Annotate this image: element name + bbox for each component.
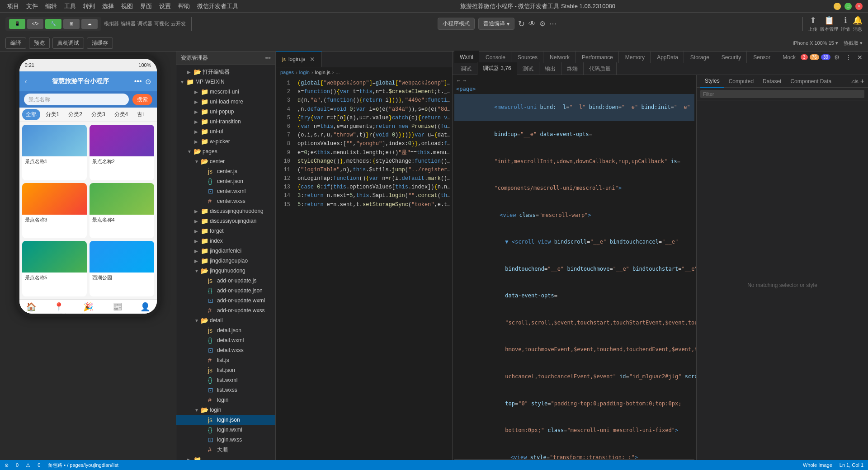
wxml-line-2[interactable]: <mescroll-uni bind:__l="__l" bind:down="… xyxy=(454,94,694,121)
tree-login-wxml[interactable]: ▶ ⊡ login.wxss xyxy=(176,435,275,445)
tree-center[interactable]: ▼ 📂 center xyxy=(176,156,275,166)
styles-add-btn[interactable]: + xyxy=(860,77,864,85)
tree-login-js[interactable]: ▶ js login.json xyxy=(176,415,275,425)
devtools-tab-security[interactable]: Security xyxy=(716,51,747,64)
details-btn[interactable]: ℹ xyxy=(844,15,847,25)
tree-uni-popup[interactable]: ▶ 📁 uni-popup xyxy=(176,107,275,117)
tree-detail-json[interactable]: ▶ {} detail.wxml xyxy=(176,335,275,345)
menu-item-goto[interactable]: 转到 xyxy=(80,2,99,10)
devtools-tab-sensor[interactable]: Sensor xyxy=(748,51,776,64)
tree-detail-wxss[interactable]: ▶ # list.js xyxy=(176,355,275,365)
devtools-settings-btn[interactable]: ⚙ xyxy=(832,53,842,62)
tree-center-wxss[interactable]: ▶ # center.wxss xyxy=(176,196,275,206)
menu-item-help[interactable]: 帮助 xyxy=(175,2,193,10)
tree-index[interactable]: ▶ 📁 index xyxy=(176,236,275,246)
more-btn[interactable]: ⋯ xyxy=(549,19,557,28)
tree-list-js[interactable]: ▶ js list.json xyxy=(176,365,275,375)
menu-item-settings[interactable]: 设置 xyxy=(156,2,175,10)
styles-filter-input[interactable] xyxy=(700,90,864,98)
menu-icon[interactable]: ••• xyxy=(134,77,142,86)
tree-login-wxss[interactable]: ▶ # 大顺 xyxy=(176,445,275,455)
phone-tab-2[interactable]: 分类2 xyxy=(65,109,86,120)
bottom-tab-output[interactable]: 输出 xyxy=(539,62,561,76)
phone-search-input[interactable]: 景点名称 xyxy=(24,94,129,105)
version-mgr-btn[interactable]: 📋 xyxy=(824,15,834,25)
tree-center-wxml[interactable]: ▶ ⊡ center.wxml xyxy=(176,186,275,196)
phone-nav-activities[interactable]: 🎉 美活动 xyxy=(81,302,95,318)
editor-tab-login-js[interactable]: js login.js ✕ xyxy=(276,51,322,67)
editor-content[interactable]: 1 (global["webpackJsonp"]=global["webpac… xyxy=(276,77,452,470)
clear-btn[interactable]: 清缓存 xyxy=(87,38,113,49)
phone-card-3[interactable]: 景点名称3 xyxy=(22,183,87,239)
refresh-btn[interactable]: ↻ xyxy=(518,19,525,29)
tree-detail-wxml[interactable]: ▶ ⊡ detail.wxss xyxy=(176,345,275,355)
devtools-tab-appdata[interactable]: AppData xyxy=(651,51,684,64)
menu-item-tools[interactable]: 工具 xyxy=(61,2,80,10)
menu-item-wechat[interactable]: 微信开发者工具 xyxy=(193,2,242,10)
tree-detail-folder[interactable]: ▼ 📂 detail xyxy=(176,315,275,325)
tab-close-btn[interactable]: ✕ xyxy=(310,56,315,63)
tree-discuss-iyou[interactable]: ▶ 📁 discussiyoujingdian xyxy=(176,216,275,226)
preview-btn[interactable]: 预览 xyxy=(29,38,50,49)
tree-more-btn[interactable]: ••• xyxy=(265,55,271,61)
devtools-tab-storage[interactable]: Storage xyxy=(685,51,715,64)
tree-login-folder[interactable]: ▼ 📂 login xyxy=(176,405,275,415)
wxml-back-btn[interactable]: ← xyxy=(457,78,460,84)
menu-item-edit[interactable]: 编辑 xyxy=(42,2,61,10)
menu-item-project[interactable]: 项目 xyxy=(4,2,23,10)
tree-jingdianfenlei[interactable]: ▶ 📁 jingdianfenlei xyxy=(176,246,275,256)
tree-jingdiangoupiao[interactable]: ▶ 📁 jingdiangoupiao xyxy=(176,256,275,266)
phone-tab-4[interactable]: 分类4 xyxy=(111,109,132,120)
phone-tab-1[interactable]: 分类1 xyxy=(42,109,63,120)
styles-tab-styles[interactable]: Styles xyxy=(700,75,724,88)
tree-open-editor[interactable]: ▶ 📂 打开编辑器 xyxy=(176,67,275,77)
tree-list-wxml[interactable]: ▶ ⊡ list.wxss xyxy=(176,385,275,395)
tree-add-update-js[interactable]: ▶ js add-or-update.js xyxy=(176,276,275,286)
styles-cls-btn[interactable]: .cls xyxy=(851,79,859,84)
tree-add-update-json[interactable]: ▶ {} add-or-update.json xyxy=(176,286,275,296)
phone-card-1[interactable]: 景点名称1 xyxy=(22,125,87,180)
tree-jingquhuodong[interactable]: ▼ 📂 jingquhuodong xyxy=(176,266,275,276)
bottom-tab-test[interactable]: 测试 xyxy=(517,62,539,76)
tree-add-update-wxml[interactable]: ▶ ⊡ add-or-update.wxml xyxy=(176,296,275,306)
devtools-close-btn[interactable]: ✕ xyxy=(855,53,864,62)
tree-pages[interactable]: ▼ 📂 pages xyxy=(176,146,275,156)
phone-card-5[interactable]: 景点名称5 xyxy=(22,241,87,296)
compile-btn[interactable]: 编译 xyxy=(5,38,26,49)
tree-list-json[interactable]: ▶ {} list.wxml xyxy=(176,375,275,385)
bottom-tab-terminal[interactable]: 终端 xyxy=(561,62,584,76)
tree-mp-weixin[interactable]: ▼ 📁 MP-WEIXIN xyxy=(176,77,275,87)
menu-item-select[interactable]: 选择 xyxy=(99,2,118,10)
devtools-more-btn[interactable]: ⋮ xyxy=(844,53,854,62)
window-minimize[interactable]: ─ xyxy=(834,3,841,10)
home-icon[interactable]: ⊙ xyxy=(145,77,151,86)
tree-list-wxss[interactable]: ▶ # login xyxy=(176,395,275,405)
tree-uni-ui[interactable]: ▶ 📁 uni-ui xyxy=(176,127,275,136)
editor-toggle[interactable]: </> xyxy=(27,19,43,29)
tree-discuss-jingqu[interactable]: ▶ 📁 discussjingquhuodong xyxy=(176,206,275,216)
styles-tab-computed[interactable]: Computed xyxy=(724,75,758,88)
bottom-tab-debugger[interactable]: 调试器 3,76 xyxy=(477,62,517,76)
phone-nav-profile[interactable]: 👤 我的 xyxy=(140,302,150,318)
menu-item-ui[interactable]: 界面 xyxy=(137,2,156,10)
tree-w-picker[interactable]: ▶ 📁 w-picker xyxy=(176,136,275,146)
wxml-fwd-btn[interactable]: → xyxy=(463,78,466,84)
visual-toggle[interactable]: ⊞ xyxy=(63,19,80,29)
tree-center-json[interactable]: ▶ {} center.json xyxy=(176,176,275,186)
real-test-btn[interactable]: 真机调试 xyxy=(52,38,84,49)
phone-nav-news[interactable]: 📰 旅游资讯 xyxy=(108,302,127,318)
simulator-toggle[interactable]: 📱 xyxy=(9,19,25,29)
tree-center-js[interactable]: ▶ js center.js xyxy=(176,166,275,176)
menu-item-file[interactable]: 文件 xyxy=(23,2,42,10)
phone-tab-all[interactable]: 全部 xyxy=(22,109,40,120)
styles-tab-dataset[interactable]: Dataset xyxy=(758,75,786,88)
phone-nav-spots[interactable]: 📍 旅游景点 xyxy=(50,302,68,318)
phone-tab-3[interactable]: 分类3 xyxy=(88,109,109,120)
phone-tab-5[interactable]: 古i xyxy=(133,109,147,120)
devtools-tab-memory[interactable]: Memory xyxy=(620,51,651,64)
cloud-toggle[interactable]: ☁ xyxy=(81,19,98,29)
phone-card-6[interactable]: 西湖公园 xyxy=(90,241,154,296)
breadcrumb-login[interactable]: login xyxy=(299,70,310,75)
devtools-tab-mock[interactable]: Mock xyxy=(777,51,801,64)
window-maximize[interactable]: □ xyxy=(844,3,852,10)
